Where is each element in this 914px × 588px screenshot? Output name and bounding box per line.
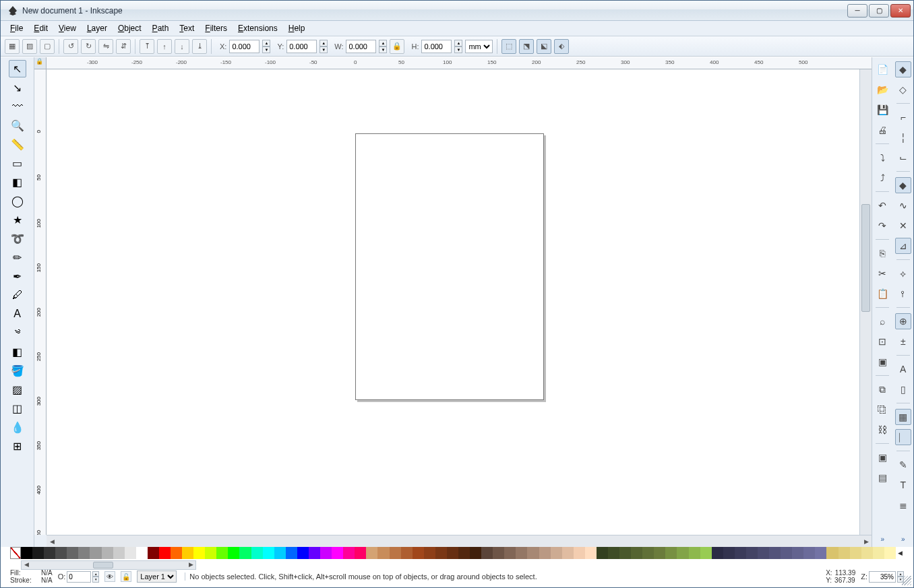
- snap-rotation-button[interactable]: ±: [895, 333, 911, 350]
- horizontal-ruler[interactable]: -300-250-200-150-100-5005010015020025030…: [47, 57, 872, 69]
- h-scroll-track[interactable]: [57, 537, 861, 546]
- w-spinner[interactable]: ▲▼: [379, 40, 387, 53]
- snap-grid-button[interactable]: ▦: [895, 409, 911, 425]
- horizontal-scrollbar[interactable]: ◀ ▶: [47, 535, 872, 547]
- palette-scroll-left[interactable]: ◀: [22, 561, 31, 569]
- color-swatch[interactable]: [803, 547, 815, 559]
- color-swatch[interactable]: [873, 547, 884, 559]
- color-swatch[interactable]: [297, 547, 309, 559]
- menu-path[interactable]: Path: [147, 22, 175, 35]
- color-swatch[interactable]: [377, 547, 389, 559]
- color-swatch[interactable]: [274, 547, 286, 559]
- color-swatch[interactable]: [148, 547, 159, 559]
- import-button[interactable]: ⤵: [874, 150, 890, 166]
- color-swatch[interactable]: [32, 547, 44, 559]
- color-swatch[interactable]: [574, 547, 585, 559]
- color-swatch[interactable]: [551, 547, 562, 559]
- color-swatch[interactable]: [850, 547, 861, 559]
- rotate-cw-button[interactable]: ↻: [81, 39, 96, 54]
- layers-button[interactable]: ≣: [895, 497, 911, 513]
- palette-scroll-right[interactable]: ▶: [186, 561, 195, 569]
- y-input[interactable]: [286, 40, 317, 53]
- color-swatch[interactable]: [597, 547, 608, 559]
- color-swatch[interactable]: [665, 547, 677, 559]
- affect-gradient-button[interactable]: ⬕: [537, 39, 551, 54]
- color-swatch[interactable]: [435, 547, 447, 559]
- minimize-button[interactable]: ─: [847, 4, 867, 18]
- color-swatch[interactable]: [193, 547, 205, 559]
- color-swatch[interactable]: [769, 547, 781, 559]
- color-swatch[interactable]: [884, 547, 896, 559]
- color-swatch[interactable]: [677, 547, 688, 559]
- color-swatch[interactable]: [562, 547, 574, 559]
- color-swatch[interactable]: [216, 547, 228, 559]
- copy-button[interactable]: ⎘: [874, 245, 890, 261]
- color-swatch[interactable]: [78, 547, 90, 559]
- color-swatch[interactable]: [689, 547, 700, 559]
- color-swatch[interactable]: [758, 547, 769, 559]
- palette-scrollbar[interactable]: ◀ ▶: [21, 560, 196, 570]
- color-swatch[interactable]: [493, 547, 504, 559]
- color-swatch[interactable]: [228, 547, 239, 559]
- snap-node-button[interactable]: ◆: [895, 177, 911, 193]
- snap-center-button[interactable]: ⊕: [895, 313, 911, 329]
- vertical-ruler[interactable]: 050100150200250300350400450500: [34, 69, 47, 535]
- zoom-tool[interactable]: 🔍: [9, 117, 26, 134]
- snap-guide-button[interactable]: ⎸: [895, 429, 911, 445]
- color-swatch[interactable]: [470, 547, 481, 559]
- x-input[interactable]: [229, 40, 260, 53]
- save-doc-button[interactable]: 💾: [874, 102, 890, 118]
- palette-scroll-track[interactable]: [31, 561, 186, 569]
- h-spinner[interactable]: ▲▼: [454, 40, 462, 53]
- select-all-button[interactable]: ▨: [22, 39, 37, 54]
- bezier-tool[interactable]: ✒: [9, 267, 26, 285]
- menu-view[interactable]: View: [53, 22, 82, 35]
- edit-nodes-tool[interactable]: ↘: [9, 79, 26, 96]
- menu-help[interactable]: Help: [283, 22, 311, 35]
- palette-scroll-thumb[interactable]: [93, 562, 113, 568]
- star-tool[interactable]: ★: [9, 211, 26, 228]
- close-button[interactable]: ✕: [890, 4, 911, 18]
- clone-button[interactable]: ⿻: [874, 401, 890, 418]
- color-swatch[interactable]: [309, 547, 320, 559]
- color-swatch[interactable]: [320, 547, 332, 559]
- color-swatch[interactable]: [608, 547, 619, 559]
- dropper-tool[interactable]: 💧: [9, 418, 26, 436]
- color-swatch[interactable]: [458, 547, 470, 559]
- color-swatch[interactable]: [700, 547, 712, 559]
- color-swatch[interactable]: [113, 547, 125, 559]
- more-chevron[interactable]: »: [901, 535, 905, 543]
- guide-lock-icon[interactable]: 🔒: [36, 58, 43, 65]
- menu-text[interactable]: Text: [174, 22, 200, 35]
- color-swatch[interactable]: [504, 547, 516, 559]
- color-swatch[interactable]: [424, 547, 435, 559]
- fill-stroke-indicator[interactable]: Fill:N/A Stroke:N/A: [10, 569, 53, 584]
- affect-corners-button[interactable]: ⬔: [519, 39, 534, 54]
- v-scrollbar-thumb[interactable]: [861, 204, 870, 312]
- resize-grip[interactable]: [902, 576, 911, 585]
- color-swatch[interactable]: [332, 547, 343, 559]
- layer-select[interactable]: Layer 1: [137, 570, 177, 583]
- unlink-clone-button[interactable]: ⛓: [874, 422, 890, 438]
- menu-edit[interactable]: Edit: [28, 22, 53, 35]
- color-swatch[interactable]: [182, 547, 193, 559]
- menu-extensions[interactable]: Extensions: [233, 22, 283, 35]
- ruler-corner[interactable]: 🔒: [34, 57, 47, 69]
- zoom-page-button[interactable]: ▣: [874, 354, 890, 370]
- color-swatch[interactable]: [355, 547, 366, 559]
- select-all-layers-button[interactable]: ▦: [5, 39, 20, 54]
- connector-tool[interactable]: ⊞: [9, 437, 26, 455]
- snap-corner-button[interactable]: ⌐: [895, 109, 911, 125]
- eraser-tool[interactable]: ◧: [9, 343, 26, 360]
- canvas[interactable]: [47, 69, 859, 535]
- color-swatch[interactable]: [286, 547, 297, 559]
- snap-bbox-button[interactable]: ⌙: [895, 150, 911, 166]
- tweak-tool[interactable]: 〰: [9, 98, 26, 115]
- zoom-drawing-button[interactable]: ⊡: [874, 333, 890, 350]
- color-swatch[interactable]: [343, 547, 355, 559]
- fill-tool[interactable]: 🪣: [9, 362, 26, 379]
- layer-lock-toggle[interactable]: 🔓: [121, 571, 131, 582]
- color-swatch[interactable]: [746, 547, 758, 559]
- pencil-tool[interactable]: ✏: [9, 249, 26, 266]
- menu-object[interactable]: Object: [113, 22, 147, 35]
